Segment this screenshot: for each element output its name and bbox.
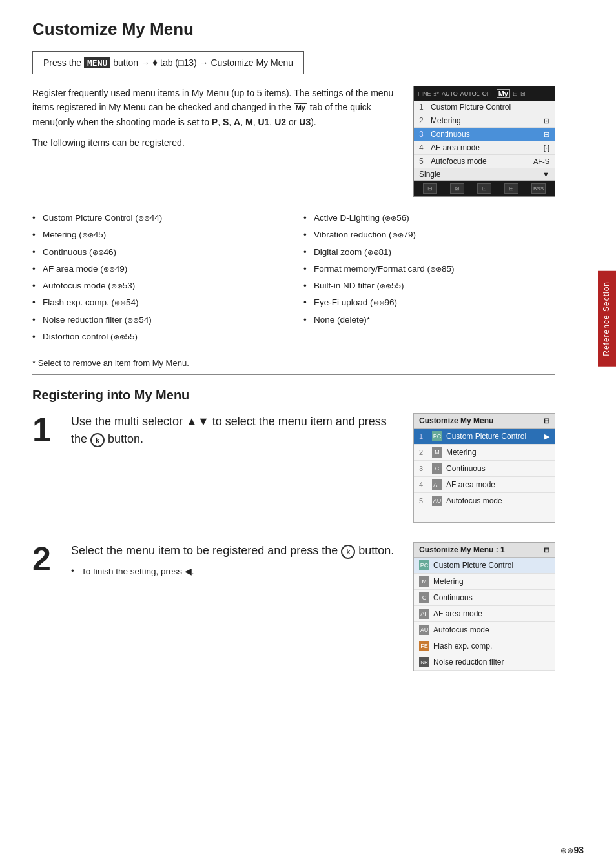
camera-screen-bottom: ⊟ ⊠ ⊡ ⊞ BSS — [414, 181, 555, 196]
camera-menu-item-1: 1 Custom Picture Control — — [414, 101, 555, 114]
bullet-columns: Custom Picture Control (⊛⊛44) Metering (… — [32, 210, 555, 345]
bullet-col-left: Custom Picture Control (⊛⊛44) Metering (… — [32, 210, 284, 345]
bullet-item: Autofocus mode (⊛⊛53) — [32, 278, 284, 294]
step1-section: 1 Use the multi selector ▲▼ to select th… — [32, 413, 555, 523]
camera-screen: FINE ±* AUTO AUTO1 OFF My ⊟ ⊠ 1 Custom P… — [413, 86, 555, 197]
camera-menu-item-5: 5 Autofocus mode AF-S — [414, 155, 555, 168]
step2-section: 2 Select the menu item to be registered … — [32, 542, 555, 671]
step2-screen-item: AU Autofocus mode — [414, 622, 555, 638]
step2-text: Select the menu item to be registered an… — [71, 542, 400, 576]
bullet-item: None (delete)* — [303, 312, 555, 328]
bullet-item: Custom Picture Control (⊛⊛44) — [32, 210, 284, 227]
step2-screen: Customize My Menu : 1 ⊟ PC Custom Pictur… — [413, 542, 555, 671]
step2-number: 2 — [32, 542, 58, 576]
step1-screen-item: 1 PC Custom Picture Control ▶ — [414, 429, 555, 445]
step1-screen-item: 4 AF AF area mode — [414, 477, 555, 493]
footnote: * Select to remove an item from My Menu. — [32, 358, 555, 368]
page-title: Customize My Menu — [32, 19, 555, 39]
bullet-item: Distortion control (⊛⊛55) — [32, 328, 284, 345]
step1-screen: Customize My Menu ⊟ 1 PC Custom Picture … — [413, 413, 555, 523]
camera-menu-item-3: 3 Continuous ⊟ — [414, 128, 555, 141]
instruction-prefix: Press the — [43, 57, 81, 68]
step1-screen-item: 2 M Metering — [414, 445, 555, 461]
step2-screen-item: NR Noise reduction filter — [414, 654, 555, 671]
bullet-item: Continuous (⊛⊛46) — [32, 244, 284, 261]
step1-text: Use the multi selector ▲▼ to select the … — [71, 413, 400, 448]
instruction-arrow: button → — [113, 57, 152, 68]
bullet-item: Active D-Lighting (⊛⊛56) — [303, 210, 555, 227]
step1-screen-header: Customize My Menu ⊟ — [414, 414, 555, 429]
bullet-item: Digital zoom (⊛⊛81) — [303, 244, 555, 261]
step2-screen-item: C Continuous — [414, 590, 555, 606]
side-tab: Reference Section — [598, 271, 616, 367]
tab-icon: ♦ — [152, 57, 158, 68]
registering-title: Registering into My Menu — [32, 388, 555, 403]
step1-screen-item: 3 C Continuous — [414, 461, 555, 477]
bullet-item: Built-in ND filter (⊛⊛55) — [303, 278, 555, 294]
bullet-item: Metering (⊛⊛45) — [32, 227, 284, 243]
bullet-item: AF area mode (⊛⊛49) — [32, 261, 284, 278]
camera-menu-item-2: 2 Metering ⊡ — [414, 114, 555, 128]
step2-screen-item: AF AF area mode — [414, 606, 555, 622]
instruction-tab: tab (□13) → Customize My Menu — [160, 57, 293, 68]
camera-menu-item-4: 4 AF area mode [·] — [414, 141, 555, 155]
intro-text: Register frequently used menu items in M… — [32, 86, 400, 197]
menu-instruction: Press the MENU button → ♦ tab (□13) → Cu… — [32, 51, 304, 74]
step1-screen-item: 5 AU Autofocus mode — [414, 493, 555, 509]
bullet-item: Format memory/Format card (⊛⊛85) — [303, 261, 555, 278]
step2-screen-header: Customize My Menu : 1 ⊟ — [414, 543, 555, 558]
bullet-item: Vibration reduction (⊛⊛79) — [303, 227, 555, 243]
camera-sub-label: Single ▼ — [414, 168, 555, 181]
step1-number: 1 — [32, 413, 58, 447]
bullet-col-right: Active D-Lighting (⊛⊛56) Vibration reduc… — [303, 210, 555, 345]
page-number: ⊛⊛93 — [560, 845, 584, 855]
step2-screen-item: FE Flash exp. comp. — [414, 638, 555, 654]
step2-screen-item: PC Custom Picture Control — [414, 558, 555, 574]
step2-sub: To finish the setting, press ◀. — [71, 566, 400, 576]
bullet-item: Noise reduction filter (⊛⊛54) — [32, 312, 284, 328]
step2-screen-item: M Metering — [414, 574, 555, 590]
bullet-item: Flash exp. comp. (⊛⊛54) — [32, 294, 284, 311]
bullet-item: Eye-Fi upload (⊛⊛96) — [303, 294, 555, 311]
camera-screen-top: FINE ±* AUTO AUTO1 OFF My ⊟ ⊠ — [414, 86, 555, 101]
menu-key: MENU — [84, 57, 110, 68]
